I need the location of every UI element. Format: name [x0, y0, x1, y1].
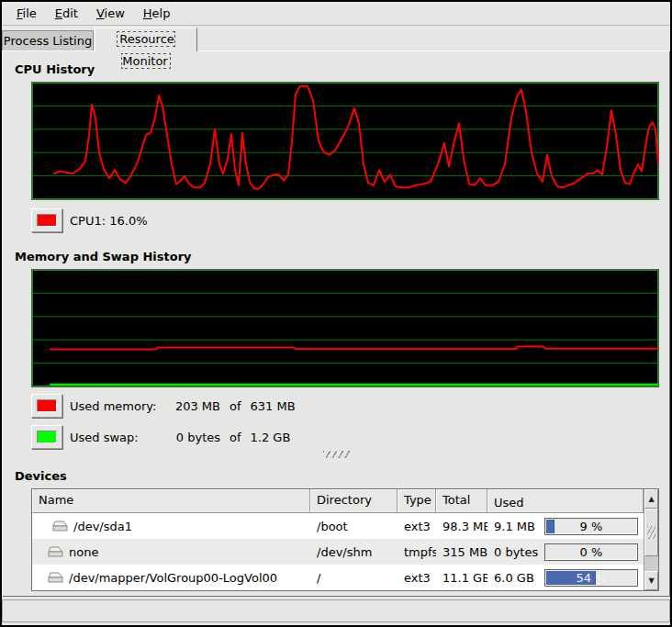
scrollbar-trough[interactable]	[644, 556, 658, 571]
memory-legend-label: Used memory:	[70, 399, 165, 413]
swap-color-swatch	[37, 431, 57, 443]
device-name: none	[69, 545, 98, 559]
menu-bar: File Edit View Help	[2, 2, 670, 26]
arrow-up-icon: ▲	[648, 495, 654, 503]
disk-icon	[47, 546, 63, 558]
usage-progress-label: 54 %	[545, 570, 637, 586]
column-header-directory[interactable]: Directory	[310, 489, 398, 513]
cpu-legend-label: CPU1: 16.0%	[70, 214, 148, 228]
swap-color-button[interactable]	[31, 425, 62, 449]
swap-of-label: of	[230, 431, 241, 444]
scroll-up-button[interactable]: ▲	[644, 489, 658, 509]
cpu-history-title: CPU History	[15, 62, 95, 76]
swap-legend-label: Used swap:	[70, 431, 165, 444]
tab-process-listing-label: Process Listing	[4, 34, 92, 48]
scroll-down-button[interactable]: ▼	[644, 571, 658, 590]
device-total: 11.1 GB	[436, 571, 487, 585]
memory-color-swatch	[37, 399, 57, 412]
menu-help[interactable]: Help	[134, 4, 180, 23]
table-row[interactable]: /dev/sda1 /boot ext3 98.3 MB 9.1 MB 9 %	[32, 513, 644, 539]
tab-resource-monitor[interactable]: Resource Monitor	[95, 28, 197, 51]
device-total: 98.3 MB	[436, 520, 487, 533]
vertical-scrollbar[interactable]: ▲ ▼	[644, 489, 658, 590]
cpu-color-button[interactable]	[31, 208, 62, 232]
menu-edit[interactable]: Edit	[46, 4, 87, 23]
swap-legend: Used swap: 0 bytes of 1.2 GB	[31, 424, 290, 450]
column-header-total[interactable]: Total	[436, 489, 487, 513]
device-directory: /dev/shm	[310, 545, 398, 559]
memory-total-value: 631 MB	[251, 399, 296, 413]
devices-table-header: Name Directory Type Total Used	[32, 489, 644, 513]
cpu-color-swatch	[37, 214, 57, 227]
usage-progress-bar: 54 %	[544, 569, 638, 587]
arrow-down-icon: ▼	[648, 577, 654, 585]
column-header-used[interactable]: Used	[487, 489, 644, 513]
table-row[interactable]: none /dev/shm tmpfs 315 MB 0 bytes 0 %	[32, 539, 644, 565]
tab-process-listing[interactable]: Process Listing	[2, 30, 94, 51]
devices-table-main: Name Directory Type Total Used /dev/sda1…	[32, 489, 644, 590]
devices-title: Devices	[15, 469, 67, 483]
memory-swap-title: Memory and Swap History	[15, 250, 192, 263]
memory-color-button[interactable]	[31, 394, 62, 418]
device-type: tmpfs	[398, 545, 436, 559]
column-header-type[interactable]: Type	[398, 489, 436, 513]
device-used: 9.1 MB	[494, 520, 535, 533]
cpu-history-graph	[31, 82, 659, 200]
memory-of-label: of	[230, 399, 241, 413]
tab-strip: Process Listing Resource Monitor	[2, 27, 670, 50]
device-type: ext3	[398, 571, 436, 585]
swap-total-value: 1.2 GB	[251, 431, 291, 444]
usage-progress-bar: 9 %	[544, 518, 638, 535]
swap-used-value: 0 bytes	[165, 431, 220, 444]
cpu-legend: CPU1: 16.0%	[31, 207, 148, 233]
pane-resize-grip[interactable]	[323, 451, 351, 458]
menu-file[interactable]: File	[7, 4, 46, 23]
disk-icon	[47, 572, 63, 584]
devices-table: Name Directory Type Total Used /dev/sda1…	[31, 488, 659, 591]
memory-swap-graph	[31, 269, 659, 387]
table-row[interactable]: /dev/mapper/VolGroup00-LogVol00 / ext3 1…	[32, 565, 644, 590]
memory-legend: Used memory: 203 MB of 631 MB	[31, 393, 296, 419]
resource-monitor-page: CPU History CPU1: 16.0% Memory and Swap …	[2, 50, 670, 597]
memory-swap-plot	[32, 270, 658, 386]
status-bar	[2, 599, 670, 622]
device-used: 6.0 GB	[494, 571, 534, 585]
device-directory: /	[310, 571, 398, 585]
device-directory: /boot	[310, 520, 398, 533]
column-header-name[interactable]: Name	[32, 489, 310, 513]
scrollbar-thumb[interactable]	[644, 509, 658, 556]
tab-resource-monitor-label: Resource Monitor	[118, 32, 174, 68]
device-name: /dev/mapper/VolGroup00-LogVol00	[69, 571, 277, 585]
system-monitor-window: File Edit View Help Process Listing Reso…	[0, 0, 672, 627]
device-total: 315 MB	[436, 545, 487, 559]
device-type: ext3	[398, 520, 436, 533]
usage-progress-label: 9 %	[545, 519, 637, 534]
device-name: /dev/sda1	[73, 520, 132, 533]
usage-progress-bar: 0 %	[544, 543, 638, 561]
memory-used-value: 203 MB	[165, 399, 220, 413]
menu-view[interactable]: View	[87, 4, 134, 23]
scrollbar-grip-icon	[647, 526, 655, 539]
device-used: 0 bytes	[494, 545, 538, 559]
usage-progress-label: 0 %	[545, 544, 637, 560]
disk-icon	[51, 521, 68, 532]
cpu-history-plot	[32, 83, 658, 199]
